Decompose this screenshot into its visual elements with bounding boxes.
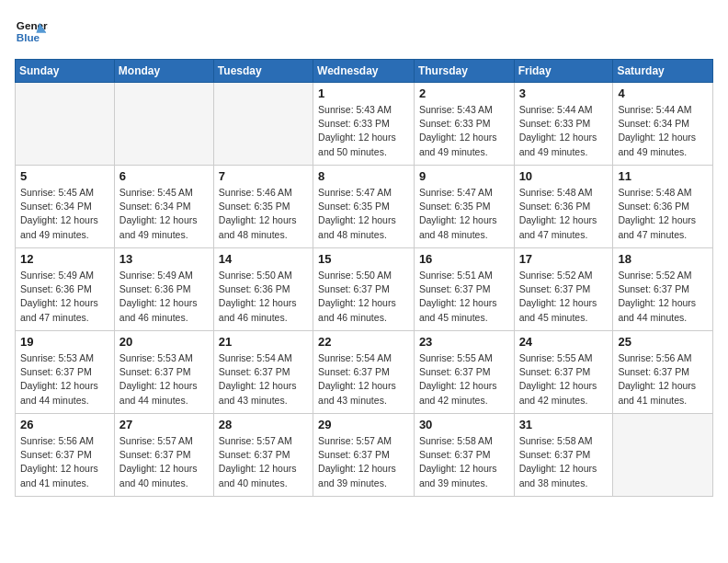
day-number: 18 <box>618 252 708 266</box>
day-header-monday: Monday <box>114 60 213 83</box>
day-number: 8 <box>318 169 409 183</box>
calendar-cell: 28Sunrise: 5:57 AM Sunset: 6:37 PM Dayli… <box>213 414 313 497</box>
calendar-cell: 30Sunrise: 5:58 AM Sunset: 6:37 PM Dayli… <box>414 414 514 497</box>
day-header-tuesday: Tuesday <box>213 60 313 83</box>
day-info: Sunrise: 5:50 AM Sunset: 6:36 PM Dayligh… <box>219 269 308 325</box>
day-info: Sunrise: 5:56 AM Sunset: 6:37 PM Dayligh… <box>618 351 708 408</box>
calendar-cell: 19Sunrise: 5:53 AM Sunset: 6:37 PM Dayli… <box>16 331 115 414</box>
day-header-saturday: Saturday <box>613 60 713 83</box>
calendar-cell: 9Sunrise: 5:47 AM Sunset: 6:35 PM Daylig… <box>414 166 514 248</box>
day-info: Sunrise: 5:53 AM Sunset: 6:37 PM Dayligh… <box>119 351 209 408</box>
calendar-cell: 10Sunrise: 5:48 AM Sunset: 6:36 PM Dayli… <box>514 166 613 248</box>
day-info: Sunrise: 5:58 AM Sunset: 6:37 PM Dayligh… <box>519 434 609 490</box>
day-number: 28 <box>219 418 308 431</box>
day-info: Sunrise: 5:45 AM Sunset: 6:34 PM Dayligh… <box>20 186 109 242</box>
page-header: General Blue <box>15 15 713 48</box>
calendar-week-4: 26Sunrise: 5:56 AM Sunset: 6:37 PM Dayli… <box>16 414 713 497</box>
day-info: Sunrise: 5:50 AM Sunset: 6:37 PM Dayligh… <box>318 269 409 325</box>
calendar-cell: 7Sunrise: 5:46 AM Sunset: 6:35 PM Daylig… <box>213 166 313 248</box>
day-info: Sunrise: 5:48 AM Sunset: 6:36 PM Dayligh… <box>618 186 708 242</box>
day-info: Sunrise: 5:57 AM Sunset: 6:37 PM Dayligh… <box>219 434 308 490</box>
calendar-cell <box>114 83 213 166</box>
day-info: Sunrise: 5:45 AM Sunset: 6:34 PM Dayligh… <box>119 186 209 242</box>
calendar-week-3: 19Sunrise: 5:53 AM Sunset: 6:37 PM Dayli… <box>16 331 713 414</box>
calendar-cell: 13Sunrise: 5:49 AM Sunset: 6:36 PM Dayli… <box>114 248 213 331</box>
day-number: 9 <box>419 169 509 183</box>
calendar-cell: 2Sunrise: 5:43 AM Sunset: 6:33 PM Daylig… <box>414 83 514 166</box>
calendar-week-0: 1Sunrise: 5:43 AM Sunset: 6:33 PM Daylig… <box>16 83 713 166</box>
day-info: Sunrise: 5:55 AM Sunset: 6:37 PM Dayligh… <box>419 351 509 408</box>
day-header-wednesday: Wednesday <box>313 60 415 83</box>
calendar-cell: 18Sunrise: 5:52 AM Sunset: 6:37 PM Dayli… <box>613 248 713 331</box>
logo-icon: General Blue <box>15 15 48 48</box>
day-info: Sunrise: 5:54 AM Sunset: 6:37 PM Dayligh… <box>219 351 308 408</box>
day-number: 3 <box>519 86 609 100</box>
day-info: Sunrise: 5:52 AM Sunset: 6:37 PM Dayligh… <box>519 269 609 325</box>
calendar-cell: 5Sunrise: 5:45 AM Sunset: 6:34 PM Daylig… <box>16 166 115 248</box>
day-header-thursday: Thursday <box>414 60 514 83</box>
day-number: 19 <box>20 335 109 349</box>
calendar-cell: 21Sunrise: 5:54 AM Sunset: 6:37 PM Dayli… <box>213 331 313 414</box>
calendar-week-2: 12Sunrise: 5:49 AM Sunset: 6:36 PM Dayli… <box>16 248 713 331</box>
calendar-cell: 24Sunrise: 5:55 AM Sunset: 6:37 PM Dayli… <box>514 331 613 414</box>
day-info: Sunrise: 5:49 AM Sunset: 6:36 PM Dayligh… <box>119 269 209 325</box>
calendar-cell: 11Sunrise: 5:48 AM Sunset: 6:36 PM Dayli… <box>613 166 713 248</box>
day-number: 21 <box>219 335 308 349</box>
day-info: Sunrise: 5:43 AM Sunset: 6:33 PM Dayligh… <box>318 103 409 159</box>
calendar-cell: 12Sunrise: 5:49 AM Sunset: 6:36 PM Dayli… <box>16 248 115 331</box>
day-number: 26 <box>20 418 109 431</box>
day-number: 25 <box>618 335 708 349</box>
day-number: 11 <box>618 169 708 183</box>
day-info: Sunrise: 5:58 AM Sunset: 6:37 PM Dayligh… <box>419 434 509 490</box>
day-info: Sunrise: 5:52 AM Sunset: 6:37 PM Dayligh… <box>618 269 708 325</box>
calendar-cell: 1Sunrise: 5:43 AM Sunset: 6:33 PM Daylig… <box>313 83 415 166</box>
day-number: 23 <box>419 335 509 349</box>
day-number: 29 <box>318 418 409 431</box>
day-number: 20 <box>119 335 209 349</box>
calendar-cell <box>213 83 313 166</box>
day-info: Sunrise: 5:53 AM Sunset: 6:37 PM Dayligh… <box>20 351 109 408</box>
day-number: 22 <box>318 335 409 349</box>
calendar-cell: 25Sunrise: 5:56 AM Sunset: 6:37 PM Dayli… <box>613 331 713 414</box>
day-number: 13 <box>119 252 209 266</box>
day-number: 17 <box>519 252 609 266</box>
logo: General Blue <box>15 15 48 48</box>
day-header-sunday: Sunday <box>16 60 115 83</box>
calendar-cell: 14Sunrise: 5:50 AM Sunset: 6:36 PM Dayli… <box>213 248 313 331</box>
day-number: 24 <box>519 335 609 349</box>
calendar-cell: 20Sunrise: 5:53 AM Sunset: 6:37 PM Dayli… <box>114 331 213 414</box>
calendar-cell: 31Sunrise: 5:58 AM Sunset: 6:37 PM Dayli… <box>514 414 613 497</box>
calendar-cell: 8Sunrise: 5:47 AM Sunset: 6:35 PM Daylig… <box>313 166 415 248</box>
day-info: Sunrise: 5:46 AM Sunset: 6:35 PM Dayligh… <box>219 186 308 242</box>
day-number: 2 <box>419 86 509 100</box>
day-number: 7 <box>219 169 308 183</box>
calendar-cell <box>16 83 115 166</box>
calendar-cell: 4Sunrise: 5:44 AM Sunset: 6:34 PM Daylig… <box>613 83 713 166</box>
day-info: Sunrise: 5:47 AM Sunset: 6:35 PM Dayligh… <box>419 186 509 242</box>
day-number: 14 <box>219 252 308 266</box>
calendar-cell: 3Sunrise: 5:44 AM Sunset: 6:33 PM Daylig… <box>514 83 613 166</box>
day-number: 16 <box>419 252 509 266</box>
day-info: Sunrise: 5:55 AM Sunset: 6:37 PM Dayligh… <box>519 351 609 408</box>
day-info: Sunrise: 5:56 AM Sunset: 6:37 PM Dayligh… <box>20 434 109 490</box>
calendar-week-1: 5Sunrise: 5:45 AM Sunset: 6:34 PM Daylig… <box>16 166 713 248</box>
day-number: 10 <box>519 169 609 183</box>
day-number: 30 <box>419 418 509 431</box>
day-info: Sunrise: 5:48 AM Sunset: 6:36 PM Dayligh… <box>519 186 609 242</box>
day-number: 12 <box>20 252 109 266</box>
calendar-cell <box>613 414 713 497</box>
day-info: Sunrise: 5:43 AM Sunset: 6:33 PM Dayligh… <box>419 103 509 159</box>
day-info: Sunrise: 5:57 AM Sunset: 6:37 PM Dayligh… <box>119 434 209 490</box>
day-number: 31 <box>519 418 609 431</box>
day-header-friday: Friday <box>514 60 613 83</box>
day-number: 27 <box>119 418 209 431</box>
calendar-header-row: SundayMondayTuesdayWednesdayThursdayFrid… <box>16 60 713 83</box>
calendar-cell: 17Sunrise: 5:52 AM Sunset: 6:37 PM Dayli… <box>514 248 613 331</box>
calendar-cell: 26Sunrise: 5:56 AM Sunset: 6:37 PM Dayli… <box>16 414 115 497</box>
day-number: 4 <box>618 86 708 100</box>
calendar-cell: 27Sunrise: 5:57 AM Sunset: 6:37 PM Dayli… <box>114 414 213 497</box>
calendar-table: SundayMondayTuesdayWednesdayThursdayFrid… <box>15 59 713 497</box>
day-number: 15 <box>318 252 409 266</box>
calendar-cell: 29Sunrise: 5:57 AM Sunset: 6:37 PM Dayli… <box>313 414 415 497</box>
day-info: Sunrise: 5:47 AM Sunset: 6:35 PM Dayligh… <box>318 186 409 242</box>
